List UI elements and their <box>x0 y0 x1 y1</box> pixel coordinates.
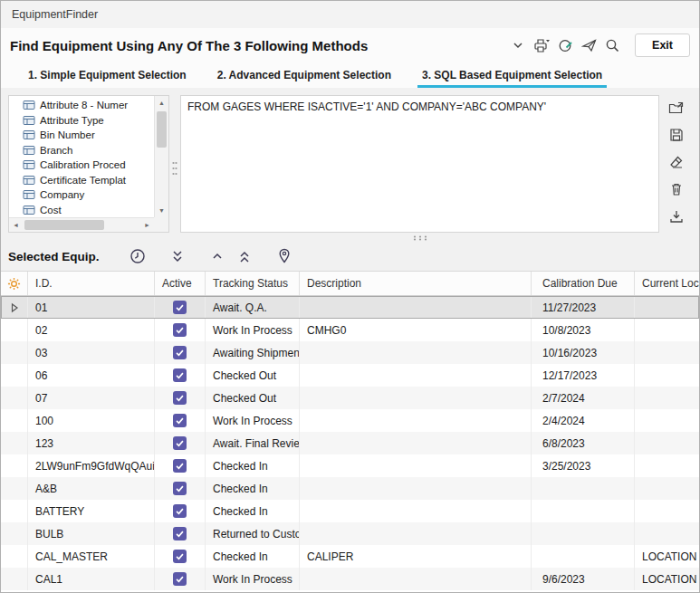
row-selector-cell[interactable] <box>1 500 28 522</box>
table-row[interactable]: 06 Checked Out 12/17/2023 <box>1 364 699 387</box>
field-tree-item[interactable]: Bin Number <box>9 128 154 143</box>
exit-button[interactable]: Exit <box>635 33 690 57</box>
tab-sql-equipment-selection[interactable]: 3. SQL Based Equipment Selection <box>422 62 602 88</box>
field-tree-item[interactable]: Certificate Templat <box>9 173 154 188</box>
cell-active[interactable] <box>155 296 206 319</box>
scroll-thumb[interactable] <box>24 220 104 230</box>
double-chevron-up-icon[interactable] <box>234 245 255 267</box>
active-checkbox[interactable] <box>173 550 187 563</box>
location-pin-icon[interactable] <box>273 245 295 267</box>
column-header-id[interactable]: I.D. <box>28 272 155 295</box>
active-checkbox[interactable] <box>173 346 187 359</box>
grid-options-header-cell[interactable] <box>1 272 28 295</box>
chevron-down-icon[interactable] <box>506 34 530 56</box>
field-tree-item[interactable]: Cost <box>9 203 154 218</box>
scroll-left-arrow[interactable]: ◄ <box>9 218 23 232</box>
import-icon[interactable] <box>666 206 687 227</box>
table-row[interactable]: 100 Work In Process 2/4/2024 <box>1 409 699 432</box>
table-row[interactable]: 03 Awaiting Shipment 10/16/2023 <box>1 341 699 364</box>
cell-active[interactable] <box>155 409 206 432</box>
table-row[interactable]: 02 Work In Process CMHG0 10/8/2023 <box>1 319 699 341</box>
cell-active[interactable] <box>155 387 206 409</box>
field-tree-item[interactable]: Company <box>9 187 154 203</box>
column-header-active[interactable]: Active <box>155 272 206 295</box>
cell-active[interactable] <box>155 341 206 364</box>
table-row[interactable]: 2LW9unFm9GfdWqQAuiF Checked In 3/25/2023 <box>1 454 699 477</box>
cell-active[interactable] <box>155 545 206 568</box>
save-icon[interactable] <box>666 124 687 146</box>
column-header-tracking-status[interactable]: Tracking Status <box>206 272 300 295</box>
cell-active[interactable] <box>155 568 206 590</box>
table-row[interactable]: A&B Checked In <box>1 477 699 500</box>
row-selector-cell[interactable] <box>1 568 28 590</box>
field-tree-item[interactable]: Attribute 8 - Numer <box>9 98 154 113</box>
scroll-down-arrow[interactable]: ▼ <box>155 204 168 217</box>
panel-splitter-handle[interactable] <box>169 95 180 242</box>
active-checkbox[interactable] <box>173 436 187 450</box>
table-row[interactable]: BATTERY Checked In <box>1 500 699 522</box>
checkmark-icon <box>175 529 185 539</box>
column-header-calibration-due[interactable]: Calibration Due <box>532 272 635 295</box>
cell-active[interactable] <box>155 477 206 500</box>
cell-active[interactable] <box>155 432 206 454</box>
row-selector-cell[interactable] <box>1 409 28 432</box>
edit-circle-icon[interactable] <box>553 34 577 56</box>
active-checkbox[interactable] <box>173 482 187 495</box>
table-row[interactable]: 07 Checked Out 2/7/2024 <box>1 387 699 409</box>
tab-simple-equipment-selection[interactable]: 1. Simple Equipment Selection <box>28 62 187 88</box>
scroll-up-arrow[interactable]: ▲ <box>155 96 168 110</box>
row-selector-cell[interactable] <box>1 296 28 319</box>
table-row[interactable]: CAL1 Work In Process 9/6/2023 LOCATION 1 <box>1 568 699 590</box>
row-selector-cell[interactable] <box>1 522 28 545</box>
cell-active[interactable] <box>155 364 206 387</box>
search-icon[interactable] <box>600 34 624 56</box>
row-selector-cell[interactable] <box>1 319 28 341</box>
active-checkbox[interactable] <box>173 527 187 540</box>
table-row[interactable]: 01 Await. Q.A. 11/27/2023 <box>1 296 699 319</box>
row-selector-cell[interactable] <box>1 387 28 409</box>
table-row[interactable]: CAL_MASTER Checked In CALIPER LOCATION 1 <box>1 545 699 568</box>
field-tree-item[interactable]: Calibration Proced <box>9 158 154 173</box>
field-tree-item-label: Company <box>40 189 84 200</box>
active-checkbox[interactable] <box>173 391 187 405</box>
tree-vertical-scrollbar[interactable]: ▲ ▼ <box>154 96 168 217</box>
active-checkbox[interactable] <box>173 323 187 337</box>
page-title: Find Equipment Using Any Of The 3 Follow… <box>10 38 368 53</box>
eraser-icon[interactable] <box>666 151 687 173</box>
scroll-right-arrow[interactable]: ► <box>140 218 154 232</box>
active-checkbox[interactable] <box>173 414 187 427</box>
column-header-description[interactable]: Description <box>300 272 532 295</box>
row-selector-cell[interactable] <box>1 432 28 454</box>
row-selector-cell[interactable] <box>1 454 28 477</box>
tab-advanced-equipment-selection[interactable]: 2. Advanced Equipment Selection <box>217 62 391 88</box>
row-selector-cell[interactable] <box>1 341 28 364</box>
print-icon[interactable] <box>530 34 553 56</box>
field-tree-item[interactable]: Attribute Type <box>9 113 154 129</box>
field-tree-item[interactable]: Branch <box>9 143 154 158</box>
send-icon[interactable] <box>577 34 600 56</box>
row-selector-cell[interactable] <box>1 477 28 500</box>
chevron-up-icon[interactable] <box>206 245 228 267</box>
active-checkbox[interactable] <box>173 504 187 518</box>
row-selector-cell[interactable] <box>1 545 28 568</box>
resize-grip-handle[interactable] <box>412 228 428 244</box>
open-icon[interactable] <box>666 97 687 119</box>
sql-input[interactable]: FROM GAGES WHERE ISACTIVE='1' AND COMPAN… <box>180 95 659 233</box>
cell-active[interactable] <box>155 319 206 341</box>
active-checkbox[interactable] <box>173 572 187 586</box>
table-row[interactable]: 123 Await. Final Review 6/8/2023 <box>1 432 699 454</box>
tree-horizontal-scrollbar[interactable]: ◄ ► <box>9 217 154 232</box>
active-checkbox[interactable] <box>173 459 187 473</box>
cell-active[interactable] <box>155 522 206 545</box>
active-checkbox[interactable] <box>173 368 187 382</box>
table-row[interactable]: BULB Returned to Customer <box>1 522 699 545</box>
row-selector-cell[interactable] <box>1 364 28 387</box>
cell-active[interactable] <box>155 454 206 477</box>
active-checkbox[interactable] <box>173 301 187 314</box>
clock-icon[interactable] <box>127 245 149 267</box>
column-header-current-location[interactable]: Current Location <box>635 272 699 295</box>
scroll-thumb[interactable] <box>157 111 167 148</box>
delete-icon[interactable] <box>666 178 687 200</box>
double-chevron-down-icon[interactable] <box>167 245 188 267</box>
cell-active[interactable] <box>155 500 206 522</box>
